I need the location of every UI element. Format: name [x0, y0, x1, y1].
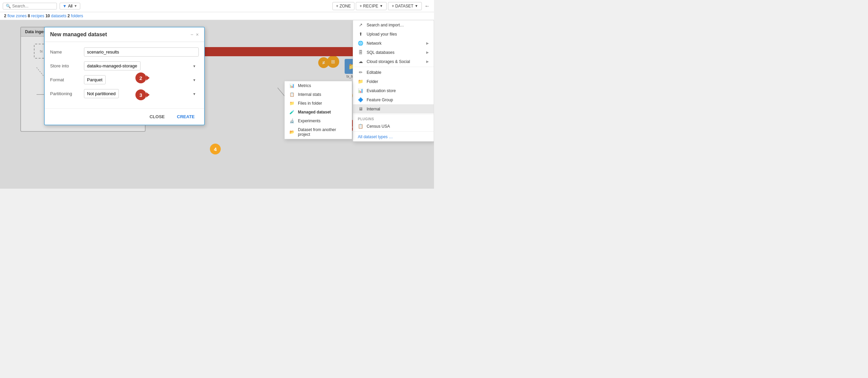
recipe-button[interactable]: + RECIPE ▼: [356, 2, 387, 10]
dialog-footer: CLOSE CREATE: [45, 108, 204, 125]
filter-icon: ▼: [63, 4, 67, 8]
sql-label: SQL databases: [367, 50, 394, 55]
menu-internal[interactable]: 🖥 Internal: [353, 104, 434, 113]
flow-zones-link[interactable]: flow zones: [7, 14, 28, 18]
experiments-icon: 🔬: [289, 119, 295, 123]
eval-store-icon: 📊: [358, 88, 363, 93]
managed-dataset-label: Managed dataset: [298, 110, 331, 114]
menu-divider-2: [353, 114, 434, 114]
dataset-arrow-icon: ▼: [415, 4, 418, 8]
minimize-button[interactable]: −: [191, 32, 193, 37]
cloud-label: Cloud storages & Social: [367, 59, 410, 64]
metrics-label: Metrics: [298, 83, 311, 88]
filter-box[interactable]: ▼ All ▼: [60, 3, 80, 9]
name-row: Name: [50, 47, 199, 57]
search-icon: 🔍: [6, 4, 11, 8]
menu-editable[interactable]: ✏ Editable: [353, 68, 434, 77]
census-usa-icon: 📋: [358, 124, 363, 129]
sub-item-metrics[interactable]: 📊 Metrics: [285, 81, 352, 90]
dialog-header: New managed dataset − ×: [45, 27, 204, 42]
feature-group-label: Feature Group: [367, 98, 393, 102]
format-label: Format: [50, 77, 84, 82]
menu-folder[interactable]: 📁 Folder: [353, 77, 434, 86]
internal-stats-icon: 📋: [289, 92, 295, 97]
folder-label: Folder: [367, 79, 378, 84]
network-label: Network: [367, 41, 382, 46]
create-button[interactable]: CREATE: [173, 112, 199, 121]
editable-label: Editable: [367, 70, 381, 75]
sub-item-files-folder[interactable]: 📁 Files in folder: [285, 99, 352, 108]
new-dataset-dialog: New managed dataset − × Name Store into …: [44, 27, 205, 125]
recipes-link[interactable]: recipes: [31, 14, 45, 18]
internal-stats-label: Internal stats: [298, 92, 321, 97]
menu-all-types[interactable]: All dataset types …: [353, 132, 434, 141]
partitioning-row: Partitioning Not partitioned By date By …: [50, 89, 199, 98]
menu-census-usa[interactable]: 📋 Census USA: [353, 122, 434, 131]
format-select[interactable]: Parquet CSV JSON: [84, 75, 106, 84]
menu-cloud[interactable]: ☁ Cloud storages & Social ▶: [353, 57, 434, 66]
datasets-link[interactable]: datasets: [51, 14, 68, 18]
search-import-icon: ↗: [358, 22, 363, 27]
menu-evaluation-store[interactable]: 📊 Evaluation store: [353, 86, 434, 95]
menu-sql[interactable]: 🗄 SQL databases ▶: [353, 48, 434, 57]
partitioning-select[interactable]: Not partitioned By date By column: [84, 89, 119, 98]
format-row: Format Parquet CSV JSON: [50, 75, 199, 84]
menu-network[interactable]: 🌐 Network ▶: [353, 39, 434, 48]
search-input[interactable]: [12, 4, 53, 8]
badge-3: 3: [135, 89, 146, 100]
store-select-wrapper: dataiku-managed-storage: [84, 61, 199, 70]
eval-store-label: Evaluation store: [367, 88, 396, 93]
menu-search-import[interactable]: ↗ Search and import…: [353, 20, 434, 29]
stats-bar: 2 flow zones 8 recipes 10 datasets 2 fol…: [0, 12, 434, 20]
zone-button[interactable]: + ZONE: [332, 2, 355, 10]
dialog-body: Name Store into dataiku-managed-storage …: [45, 42, 204, 108]
sub-item-managed-dataset[interactable]: 🧪 Managed dataset: [285, 108, 352, 117]
dialog-close-button[interactable]: ×: [196, 32, 199, 37]
sub-item-experiments[interactable]: 🔬 Experiments: [285, 117, 352, 125]
sub-context-menu: 📊 Metrics 📋 Internal stats 📁 Files in fo…: [284, 81, 352, 139]
topbar: 🔍 ▼ All ▼ + ZONE + RECIPE ▼ + DATASET ▼ …: [0, 0, 434, 12]
store-label: Store into: [50, 63, 84, 68]
dataset-button[interactable]: + DATASET ▼: [388, 2, 422, 10]
menu-feature-group[interactable]: 🔷 Feature Group: [353, 95, 434, 104]
canvas: Data ingestion 📁 cards ⬇ ⬆ cards_prepare…: [0, 20, 434, 189]
filter-label: All: [68, 4, 72, 8]
sub-item-dataset-another-project[interactable]: 📂 Dataset from another project: [285, 125, 352, 139]
folder-icon: 📁: [358, 79, 363, 84]
cloud-icon: ☁: [358, 59, 363, 64]
internal-icon: 🖥: [358, 106, 363, 111]
files-folder-icon: 📁: [289, 101, 295, 106]
sql-icon: 🗄: [358, 50, 363, 55]
partitioning-label: Partitioning: [50, 91, 84, 96]
context-menu: ↗ Search and import… ⬆ Upload your files…: [353, 20, 434, 142]
name-input[interactable]: [84, 47, 199, 57]
menu-upload-files[interactable]: ⬆ Upload your files: [353, 29, 434, 39]
dataset-another-icon: 📂: [289, 130, 295, 134]
census-usa-label: Census USA: [367, 124, 390, 129]
badge-2-arrow: [146, 75, 150, 81]
network-arrow-icon: ▶: [426, 41, 429, 45]
internal-label: Internal: [367, 107, 380, 111]
store-row: Store into dataiku-managed-storage: [50, 61, 199, 70]
folders-link[interactable]: folders: [71, 14, 83, 18]
sub-item-internal-stats[interactable]: 📋 Internal stats: [285, 90, 352, 99]
upload-files-label: Upload your files: [367, 32, 397, 37]
folders-count: 2: [68, 14, 70, 18]
name-label: Name: [50, 49, 84, 55]
menu-divider-1: [353, 67, 434, 67]
badge-3-arrow: [146, 92, 150, 98]
metrics-icon: 📊: [289, 83, 295, 88]
search-box[interactable]: 🔍: [3, 3, 57, 9]
store-select[interactable]: dataiku-managed-storage: [84, 61, 140, 70]
close-button[interactable]: CLOSE: [146, 112, 169, 121]
managed-dataset-icon: 🧪: [289, 110, 295, 114]
network-icon: 🌐: [358, 41, 363, 46]
plugins-label: PLUGINS: [353, 115, 434, 122]
dialog-controls: − ×: [191, 32, 199, 37]
sql-arrow-icon: ▶: [426, 50, 429, 54]
search-import-label: Search and import…: [367, 23, 404, 27]
dialog-title: New managed dataset: [50, 31, 107, 38]
back-button[interactable]: ←: [423, 3, 431, 9]
experiments-label: Experiments: [298, 119, 321, 123]
recipe-arrow-icon: ▼: [379, 4, 383, 8]
